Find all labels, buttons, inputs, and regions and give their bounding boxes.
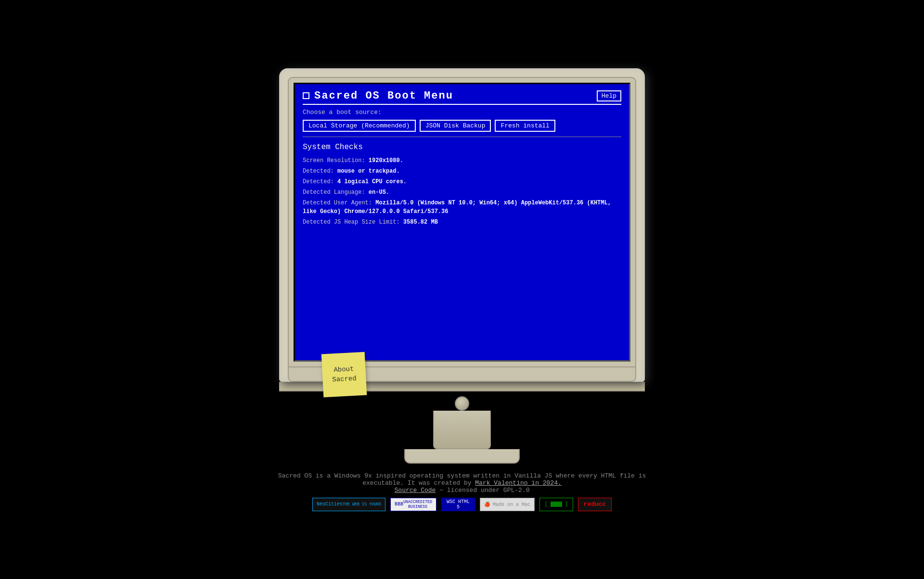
help-button[interactable]: Help bbox=[597, 90, 621, 101]
boot-buttons: Local Storage (Recommended) JSON Disk Ba… bbox=[303, 120, 621, 132]
cpu-label: Detected: bbox=[303, 178, 337, 185]
badge-github[interactable]: [ ▓▓▓▓ ] bbox=[539, 498, 573, 511]
heap-label: Detected JS Heap Size Limit: bbox=[303, 219, 403, 226]
footer-text2: executable. It was created by bbox=[362, 479, 471, 487]
badge-mac[interactable]: 🍎 Made on a Mac bbox=[480, 498, 535, 511]
monitor-stand-neck bbox=[433, 411, 491, 449]
sys-line-resolution: Screen Resolution: 1920x1080. bbox=[303, 156, 621, 165]
boot-source-label: Choose a boot source: bbox=[303, 109, 621, 116]
section-divider bbox=[303, 137, 621, 137]
sys-line-heap: Detected JS Heap Size Limit: 3585.82 MB bbox=[303, 218, 621, 227]
sys-line-useragent: Detected User Agent: Mozilla/5.0 (Window… bbox=[303, 199, 621, 216]
footer-source: Source Code ~ licensed under GPL-2.0 bbox=[278, 487, 646, 494]
resolution-value: 1920x1080. bbox=[369, 157, 403, 164]
footer: Sacred OS is a Windows 9x inspired opera… bbox=[278, 472, 646, 511]
power-button[interactable] bbox=[455, 396, 469, 411]
window-checkbox[interactable] bbox=[303, 92, 309, 99]
title-bar: Sacred OS Boot Menu Help bbox=[303, 90, 621, 102]
pointer-label: Detected: bbox=[303, 168, 337, 175]
monitor-base bbox=[404, 449, 520, 464]
title-divider bbox=[303, 104, 621, 105]
footer-license: ~ licensed under GPL-2.0 bbox=[439, 487, 529, 494]
local-storage-button[interactable]: Local Storage (Recommended) bbox=[303, 120, 416, 132]
footer-badges: NeoCitiesTHE WEB IS YOURS BBBUNACCREDITE… bbox=[278, 498, 646, 511]
cpu-value: 4 logical CPU cores. bbox=[337, 178, 407, 185]
page-wrapper: Sacred OS Boot Menu Help Choose a boot s… bbox=[0, 0, 924, 579]
title-left: Sacred OS Boot Menu bbox=[303, 90, 453, 102]
stand-area bbox=[279, 391, 645, 464]
footer-author-link[interactable]: Mark Valentino in 2024. bbox=[475, 479, 561, 487]
pointer-value: mouse or trackpad. bbox=[337, 168, 400, 175]
language-value: en-US. bbox=[369, 189, 389, 196]
fresh-install-button[interactable]: Fresh install bbox=[495, 120, 555, 132]
footer-text1: Sacred OS is a Windows 9x inspired opera… bbox=[278, 472, 646, 479]
source-code-link[interactable]: Source Code bbox=[395, 487, 436, 494]
language-label: Detected Language: bbox=[303, 189, 369, 196]
heap-value: 3585.82 MB bbox=[403, 219, 438, 226]
monitor-outer: Sacred OS Boot Menu Help Choose a boot s… bbox=[279, 68, 645, 382]
screen: Sacred OS Boot Menu Help Choose a boot s… bbox=[294, 83, 630, 362]
resolution-label: Screen Resolution: bbox=[303, 157, 369, 164]
json-disk-button[interactable]: JSON Disk Backup bbox=[420, 120, 491, 132]
useragent-label: Detected User Agent: bbox=[303, 200, 375, 206]
page-title: Sacred OS Boot Menu bbox=[314, 90, 453, 102]
sys-line-pointer: Detected: mouse or trackpad. bbox=[303, 167, 621, 176]
system-checks-heading: System Checks bbox=[303, 143, 621, 151]
sticky-note-text: AboutSacred bbox=[332, 365, 357, 385]
monitor-bezel: Sacred OS Boot Menu Help Choose a boot s… bbox=[288, 77, 636, 367]
badge-neocities[interactable]: NeoCitiesTHE WEB IS YOURS bbox=[312, 498, 385, 511]
badge-w3c[interactable]: WSC HTML5 bbox=[441, 498, 475, 511]
badge-bbb[interactable]: BBBUNACCREDITEDBUSINESS bbox=[390, 498, 436, 511]
footer-desc: Sacred OS is a Windows 9x inspired opera… bbox=[278, 472, 646, 487]
sticky-note[interactable]: AboutSacred bbox=[321, 352, 367, 397]
sys-line-language: Detected Language: en-US. bbox=[303, 188, 621, 197]
monitor-container: Sacred OS Boot Menu Help Choose a boot s… bbox=[279, 68, 645, 464]
badge-reducc[interactable]: reducc bbox=[578, 498, 612, 511]
sys-line-cpu: Detected: 4 logical CPU cores. bbox=[303, 177, 621, 186]
